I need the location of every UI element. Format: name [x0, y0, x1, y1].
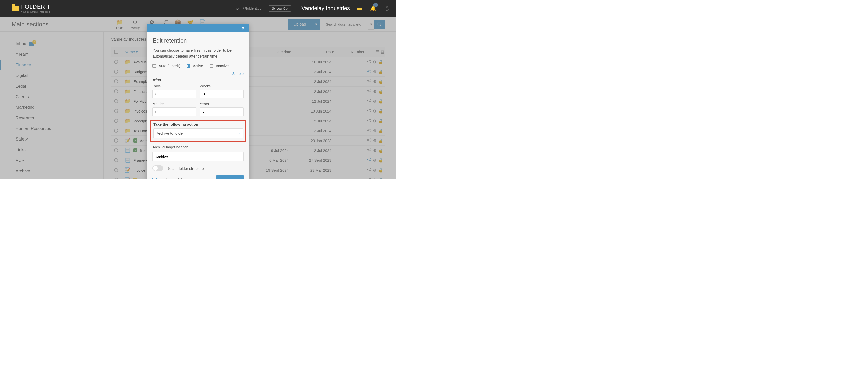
- days-input[interactable]: [153, 90, 196, 98]
- years-label: Years: [200, 102, 244, 106]
- close-icon[interactable]: ✕: [241, 26, 245, 31]
- logo[interactable]: FOLDERIT Your documents. Managed.: [11, 3, 51, 13]
- years-input[interactable]: [200, 107, 244, 116]
- power-icon: ⏻: [272, 6, 275, 10]
- option-auto-label: Auto (inherit): [159, 64, 180, 68]
- target-label: Archival target location: [153, 145, 244, 149]
- target-input[interactable]: [153, 152, 244, 161]
- save-button[interactable]: SAVE: [216, 175, 244, 178]
- action-select[interactable]: Archive to folder ›: [153, 128, 243, 138]
- apply-subfolders-checkbox[interactable]: ✓ Apply to subfolders: [153, 177, 192, 178]
- after-label: After: [153, 78, 244, 82]
- checkbox-checked-icon: [187, 64, 190, 68]
- option-inactive[interactable]: Inactive: [210, 64, 229, 68]
- option-active-label: Active: [193, 64, 203, 68]
- option-active[interactable]: Active: [187, 64, 203, 68]
- help-button[interactable]: ?: [384, 6, 389, 10]
- months-input[interactable]: [153, 107, 196, 116]
- months-label: Months: [153, 102, 196, 106]
- checkbox-icon: [210, 64, 213, 68]
- checkbox-checked-icon: ✓: [153, 178, 157, 179]
- org-name[interactable]: Vandelay Industries: [302, 5, 350, 11]
- option-auto[interactable]: Auto (inherit): [153, 64, 180, 68]
- weeks-label: Weeks: [200, 84, 244, 88]
- notification-badge: 10: [373, 3, 378, 6]
- modal-title: Edit retention: [153, 37, 244, 44]
- user-email[interactable]: john@folderit.com: [236, 6, 264, 10]
- modal-description: You can choose to have files in this fol…: [153, 48, 244, 59]
- action-highlight-box: Take the following action Archive to fol…: [150, 120, 246, 141]
- logo-subtitle: Your documents. Managed.: [21, 10, 51, 13]
- simple-link[interactable]: Simple: [153, 71, 244, 76]
- menu-icon[interactable]: [357, 7, 362, 10]
- chevron-right-icon: ›: [238, 131, 240, 135]
- action-label: Take the following action: [153, 122, 243, 126]
- retain-toggle[interactable]: [153, 165, 163, 171]
- action-value: Archive to folder: [157, 131, 184, 135]
- option-inactive-label: Inactive: [216, 64, 229, 68]
- days-label: Days: [153, 84, 196, 88]
- weeks-input[interactable]: [200, 90, 244, 98]
- logout-button[interactable]: ⏻ Log Out: [269, 5, 291, 11]
- app-header: FOLDERIT Your documents. Managed. john@f…: [0, 0, 396, 17]
- logo-icon: [11, 5, 19, 11]
- checkbox-icon: [153, 64, 156, 68]
- logout-label: Log Out: [276, 6, 288, 10]
- notifications-button[interactable]: 🔔 10: [370, 5, 376, 11]
- logo-text: FOLDERIT: [21, 3, 51, 10]
- apply-label: Apply to subfolders: [160, 177, 192, 178]
- retain-label: Retain folder structure: [167, 166, 204, 170]
- edit-retention-modal: ✕ Edit retention You can choose to have …: [148, 24, 249, 178]
- modal-header: ✕: [148, 24, 249, 32]
